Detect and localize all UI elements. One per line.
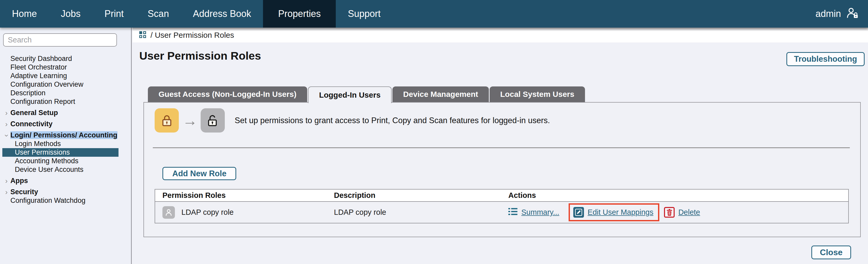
edit-pencil-icon bbox=[573, 207, 584, 218]
permission-roles-table: Permission Roles Description Actions LDA… bbox=[155, 189, 849, 223]
sidebar-item-label: General Setup bbox=[10, 109, 58, 116]
nav-item-home[interactable]: Home bbox=[0, 0, 49, 28]
role-name: LDAP copy role bbox=[181, 208, 234, 217]
sidebar-item-connectivity[interactable]: › Connectivity bbox=[0, 120, 131, 128]
nav-item-support[interactable]: Support bbox=[336, 0, 393, 28]
panel-description: Set up permissions to grant access to Pr… bbox=[235, 116, 550, 125]
summary-action[interactable]: Summary... bbox=[508, 208, 559, 217]
sidebar-menu: Security Dashboard Fleet Orchestrator Ad… bbox=[0, 54, 131, 205]
delete-action[interactable]: Delete bbox=[664, 207, 700, 218]
user-lock-icon bbox=[846, 7, 858, 21]
search-input[interactable] bbox=[3, 33, 117, 47]
summary-list-icon bbox=[508, 208, 518, 217]
nav-item-print[interactable]: Print bbox=[93, 0, 136, 28]
page-title: User Permission Roles bbox=[139, 50, 261, 62]
close-button[interactable]: Close bbox=[811, 245, 851, 259]
logged-in-user[interactable]: admin bbox=[815, 0, 868, 28]
role-name-cell: LDAP copy role bbox=[155, 206, 334, 219]
sidebar-item-fleet-orchestrator[interactable]: Fleet Orchestrator bbox=[0, 63, 131, 72]
username-label: admin bbox=[815, 8, 841, 19]
sidebar-item-label: Login/ Permissions/ Accounting bbox=[10, 131, 118, 139]
arrow-right-icon: → bbox=[182, 112, 197, 129]
sidebar-item-adaptive-learning[interactable]: Adaptive Learning bbox=[0, 72, 131, 80]
tab-bar: Guest Access (Non-Logged-In Users) Logge… bbox=[148, 86, 586, 103]
role-description-cell: LDAP copy role bbox=[334, 208, 508, 217]
header-description: Description bbox=[334, 191, 508, 200]
header-permission-roles: Permission Roles bbox=[155, 191, 334, 200]
table-row: LDAP copy role LDAP copy role Summary... bbox=[155, 202, 848, 223]
main-content: / User Permission Roles User Permission … bbox=[132, 28, 868, 264]
sidebar-item-user-permissions[interactable]: User Permissions bbox=[2, 148, 119, 157]
sidebar-item-apps[interactable]: › Apps bbox=[0, 177, 131, 185]
locked-padlock-icon bbox=[155, 108, 179, 133]
sidebar-item-login-methods[interactable]: Login Methods bbox=[0, 139, 131, 148]
nav-spacer bbox=[393, 0, 815, 28]
table-header-row: Permission Roles Description Actions bbox=[155, 189, 848, 202]
breadcrumb-path: / User Permission Roles bbox=[151, 31, 234, 39]
sidebar-item-general-setup[interactable]: › General Setup bbox=[0, 109, 131, 117]
delete-link[interactable]: Delete bbox=[678, 208, 700, 217]
sidebar-item-configuration-overview[interactable]: Configuration Overview bbox=[0, 80, 131, 89]
sidebar-item-login-permissions-accounting[interactable]: › Login/ Permissions/ Accounting bbox=[0, 131, 131, 139]
sidebar-item-description[interactable]: Description bbox=[0, 89, 131, 97]
tab-local-system-users[interactable]: Local System Users bbox=[490, 86, 585, 102]
sidebar-item-configuration-watchdog[interactable]: Configuration Watchdog bbox=[0, 196, 131, 205]
permissions-intro: → Set up permissions to grant access to … bbox=[155, 108, 550, 133]
tab-guest-access[interactable]: Guest Access (Non-Logged-In Users) bbox=[148, 86, 307, 102]
edit-user-mappings-link[interactable]: Edit User Mappings bbox=[588, 208, 653, 217]
tab-device-management[interactable]: Device Management bbox=[393, 86, 489, 102]
chevron-right-icon: › bbox=[5, 188, 7, 196]
sidebar: Security Dashboard Fleet Orchestrator Ad… bbox=[0, 28, 132, 264]
sidebar-item-security-dashboard[interactable]: Security Dashboard bbox=[0, 54, 131, 63]
chevron-right-icon: › bbox=[5, 120, 7, 128]
sidebar-item-security[interactable]: › Security bbox=[0, 188, 131, 196]
sidebar-item-label: Connectivity bbox=[10, 120, 53, 128]
tab-logged-in-users[interactable]: Logged-In Users bbox=[308, 86, 392, 103]
nav-item-address-book[interactable]: Address Book bbox=[181, 0, 263, 28]
trash-icon bbox=[664, 207, 675, 218]
sidebar-item-configuration-report[interactable]: Configuration Report bbox=[0, 97, 131, 106]
sidebar-item-label: Security bbox=[10, 188, 38, 196]
chevron-right-icon: › bbox=[5, 109, 7, 117]
divider bbox=[153, 148, 850, 148]
header-actions: Actions bbox=[508, 191, 848, 200]
sidebar-item-accounting-methods[interactable]: Accounting Methods bbox=[0, 157, 131, 165]
chevron-down-icon: › bbox=[3, 134, 11, 137]
add-new-role-button[interactable]: Add New Role bbox=[162, 167, 236, 180]
logged-in-users-panel: → Set up permissions to grant access to … bbox=[144, 102, 861, 237]
annotation-highlight-box: Edit User Mappings bbox=[569, 203, 659, 221]
chevron-right-icon: › bbox=[5, 177, 7, 185]
nav-item-jobs[interactable]: Jobs bbox=[49, 0, 93, 28]
home-grid-icon[interactable] bbox=[139, 31, 146, 39]
unlocked-padlock-icon bbox=[200, 108, 225, 133]
top-navigation-bar: Home Jobs Print Scan Address Book Proper… bbox=[0, 0, 868, 28]
summary-link[interactable]: Summary... bbox=[521, 208, 559, 217]
role-user-icon bbox=[162, 206, 175, 219]
sidebar-item-label: Apps bbox=[10, 177, 28, 185]
nav-item-properties[interactable]: Properties bbox=[263, 0, 336, 28]
nav-item-scan[interactable]: Scan bbox=[136, 0, 181, 28]
actions-cell: Summary... Edit User Mappings bbox=[508, 203, 848, 221]
breadcrumb: / User Permission Roles bbox=[132, 28, 868, 43]
sidebar-item-device-user-accounts[interactable]: Device User Accounts bbox=[0, 165, 131, 174]
troubleshooting-button[interactable]: Troubleshooting bbox=[786, 52, 865, 66]
